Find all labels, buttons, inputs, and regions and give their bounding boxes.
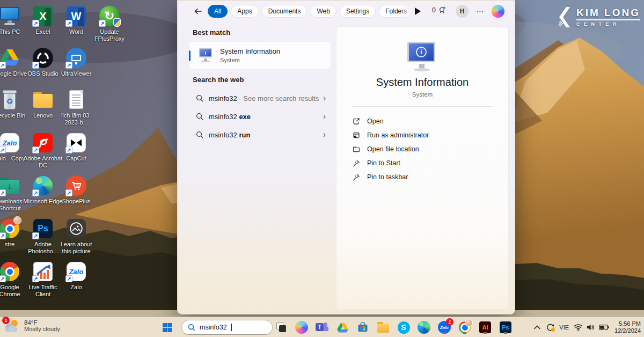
- action-open[interactable]: Open: [346, 115, 499, 128]
- desktop-icon-excel[interactable]: X↗ Excel: [26, 5, 60, 35]
- recycle-bin-icon: ♻: [0, 89, 20, 111]
- desktop-icon-live-traffic[interactable]: ↗ Live Traffic Client: [26, 261, 60, 298]
- edge-button[interactable]: [417, 320, 431, 334]
- web-suggestion-row[interactable]: msinfo32 exe ›: [188, 108, 331, 125]
- desktop-icon-capcut[interactable]: ↗ CapCut: [60, 132, 93, 162]
- teams-button[interactable]: T: [315, 320, 329, 334]
- action-pin-to-taskbar[interactable]: Pin to taskbar: [346, 171, 499, 184]
- action-label: Run as administrator: [367, 131, 429, 139]
- action-run-as-administrator[interactable]: Run as administrator: [346, 129, 499, 142]
- this-pc-icon: [0, 5, 20, 27]
- shopeplus-cart-icon: ↗: [65, 175, 87, 196]
- web-suggestion-row[interactable]: msinfo32 - See more search results ›: [188, 90, 331, 107]
- update-status-button[interactable]: [544, 320, 557, 334]
- best-match-result[interactable]: i System Information System: [188, 41, 331, 69]
- hidden-icons-button[interactable]: [531, 320, 544, 334]
- battery-button[interactable]: [597, 320, 610, 334]
- taskbar-search-input[interactable]: msinfo32: [181, 320, 273, 335]
- desktop-icon-zalo[interactable]: Zalo↗ Zalo: [60, 261, 93, 291]
- pin-icon: [353, 173, 360, 181]
- desktop-icon-label: lịch lãm 03-2023-b...: [56, 112, 97, 126]
- rewards-icon: [438, 6, 446, 14]
- word-icon: W↗: [65, 5, 87, 27]
- illustrator-icon: Ai: [479, 321, 491, 333]
- picture-info-icon: [65, 218, 87, 239]
- system-tray: VIE 5:56 PM 12/2/2024: [531, 317, 644, 337]
- desktop-icon-downloads[interactable]: ↓↗ Downloads - Shortcut: [0, 175, 26, 212]
- desktop-icon-shopeplus[interactable]: ↗ ShopePlus: [60, 175, 93, 205]
- desktop-icon-label: ShopePlus: [56, 198, 97, 205]
- profile-avatar: [13, 216, 21, 224]
- chrome-icon: ↗: [0, 261, 20, 282]
- copilot-button[interactable]: [295, 320, 309, 334]
- shortcut-arrow-icon: ↗: [32, 62, 39, 69]
- result-subtitle: System: [220, 57, 240, 63]
- system-information-icon-large: i: [405, 41, 440, 75]
- skype-button[interactable]: S: [397, 320, 411, 334]
- action-open-file-location[interactable]: Open file location: [346, 143, 499, 156]
- desktop-icon-obs-studio[interactable]: ↗ OBS Studio: [26, 47, 60, 77]
- desktop-icon-label: Update FPlusProxy: [89, 28, 130, 42]
- kim-long-mark-icon: [558, 6, 572, 28]
- desktop-icon-photoshop[interactable]: Ps↗ Adobe Photosho...: [26, 218, 60, 255]
- illustrator-button[interactable]: Ai: [478, 320, 492, 334]
- google-drive-button[interactable]: [335, 320, 349, 334]
- search-icon: [196, 131, 203, 138]
- desktop-icon-learn-about-picture[interactable]: Learn about this picture: [60, 218, 93, 255]
- shortcut-arrow-icon: ↗: [65, 62, 72, 69]
- tab-all[interactable]: All: [208, 5, 228, 18]
- file-explorer-button[interactable]: [376, 320, 390, 334]
- search-icon: [196, 113, 203, 120]
- result-detail-panel: i System Information System Open Run as …: [336, 26, 509, 310]
- running-indicator: [463, 332, 467, 334]
- wifi-icon: [574, 324, 583, 331]
- section-search-web: Search the web: [193, 76, 244, 84]
- tabs-scroll-right-icon[interactable]: [415, 8, 421, 15]
- weather-temp: 84°F: [24, 319, 60, 326]
- tab-web[interactable]: Web: [310, 5, 336, 18]
- tab-settings[interactable]: Settings: [340, 5, 376, 18]
- desktop-icon-acrobat[interactable]: ↗ Adobe Acrobat DC: [26, 132, 60, 169]
- copilot-icon[interactable]: [492, 5, 504, 18]
- user-avatar[interactable]: H: [456, 5, 469, 18]
- search-flyout: All Apps Documents Web Settings Folders …: [177, 0, 515, 314]
- photoshop-button[interactable]: Ps: [499, 320, 513, 334]
- action-label: Pin to Start: [367, 159, 400, 167]
- battery-icon: [599, 324, 609, 331]
- brand-divider: [576, 19, 640, 20]
- desktop-icon-lenovo-folder[interactable]: Lenovo: [26, 89, 60, 119]
- desktop-icon-update-fplusproxy[interactable]: ↻↗ Update FPlusProxy: [93, 5, 126, 42]
- desktop-icon-edge[interactable]: ↗ Microsoft Edge: [26, 175, 60, 205]
- edge-icon: [418, 321, 430, 334]
- desktop-icon-word[interactable]: W↗ Word: [60, 5, 93, 35]
- web-suggestion-row[interactable]: msinfo32 run ›: [188, 126, 331, 143]
- chevron-right-icon: ›: [323, 130, 326, 140]
- weather-icon: 1: [4, 319, 20, 333]
- desktop-icon-ultraviewer[interactable]: ↗ UltraViewer: [60, 47, 93, 77]
- action-pin-to-start[interactable]: Pin to Start: [346, 157, 499, 170]
- tray-time: 5:56 PM: [614, 320, 641, 327]
- rewards-indicator[interactable]: 0: [432, 6, 446, 14]
- language-indicator[interactable]: VIE: [557, 324, 572, 331]
- more-options-icon[interactable]: ⋯: [474, 5, 487, 18]
- weather-widget[interactable]: 1 84°F Mostly cloudy: [4, 319, 60, 333]
- zalo-button[interactable]: Zalo1: [437, 320, 451, 334]
- wifi-button[interactable]: [572, 320, 584, 334]
- running-indicator: [484, 332, 487, 334]
- chrome-button[interactable]: [458, 320, 472, 334]
- microsoft-store-button[interactable]: [356, 320, 370, 334]
- shortcut-arrow-icon: ↗: [32, 232, 39, 239]
- tab-apps[interactable]: Apps: [231, 5, 258, 18]
- clock[interactable]: 5:56 PM 12/2/2024: [610, 320, 644, 334]
- back-button[interactable]: [192, 5, 204, 18]
- volume-button[interactable]: [584, 320, 597, 334]
- suggestion-text: msinfo32 exe: [209, 113, 251, 121]
- task-view-button[interactable]: [274, 320, 288, 334]
- start-button[interactable]: [160, 320, 174, 334]
- store-icon: [356, 321, 369, 334]
- back-arrow-icon: [194, 7, 202, 16]
- desktop-icon-lich-lam-document[interactable]: lịch lãm 03-2023-b...: [60, 89, 93, 126]
- tab-documents[interactable]: Documents: [262, 5, 308, 18]
- speaker-icon: [587, 324, 595, 331]
- action-label: Pin to taskbar: [367, 173, 408, 181]
